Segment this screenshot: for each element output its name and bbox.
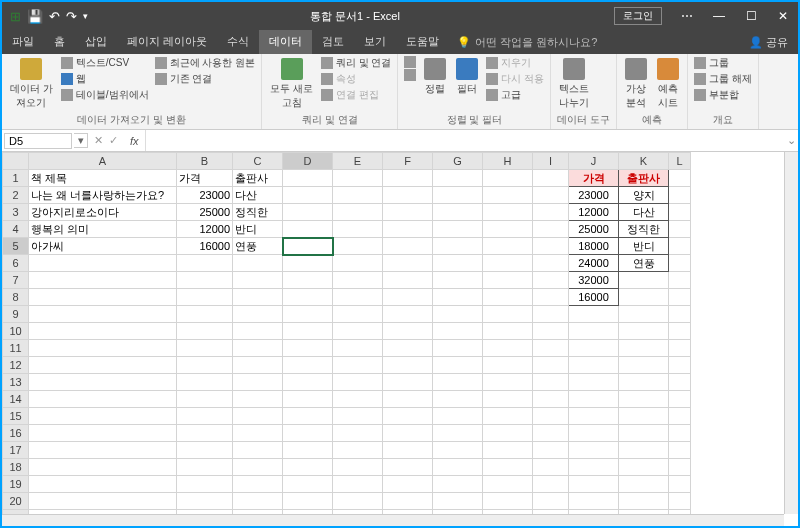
cell-C2[interactable]: 다산 bbox=[233, 187, 283, 204]
cell-H15[interactable] bbox=[483, 408, 533, 425]
cell-G10[interactable] bbox=[433, 323, 483, 340]
row-header-10[interactable]: 10 bbox=[3, 323, 29, 340]
cell-B18[interactable] bbox=[177, 459, 233, 476]
cell-H8[interactable] bbox=[483, 289, 533, 306]
cell-A18[interactable] bbox=[29, 459, 177, 476]
cell-F8[interactable] bbox=[383, 289, 433, 306]
cell-G3[interactable] bbox=[433, 204, 483, 221]
cell-B1[interactable]: 가격 bbox=[177, 170, 233, 187]
tab-help[interactable]: 도움말 bbox=[396, 30, 449, 54]
cell-A8[interactable] bbox=[29, 289, 177, 306]
cell-B14[interactable] bbox=[177, 391, 233, 408]
cell-G6[interactable] bbox=[433, 255, 483, 272]
row-header-4[interactable]: 4 bbox=[3, 221, 29, 238]
cell-L6[interactable] bbox=[669, 255, 691, 272]
row-header-3[interactable]: 3 bbox=[3, 204, 29, 221]
col-header-C[interactable]: C bbox=[233, 153, 283, 170]
cell-C13[interactable] bbox=[233, 374, 283, 391]
cell-D5[interactable] bbox=[283, 238, 333, 255]
cell-J3[interactable]: 12000 bbox=[569, 204, 619, 221]
cell-E3[interactable] bbox=[333, 204, 383, 221]
cell-G4[interactable] bbox=[433, 221, 483, 238]
cell-K13[interactable] bbox=[619, 374, 669, 391]
cell-H3[interactable] bbox=[483, 204, 533, 221]
cell-K15[interactable] bbox=[619, 408, 669, 425]
cell-B10[interactable] bbox=[177, 323, 233, 340]
cell-D1[interactable] bbox=[283, 170, 333, 187]
row-header-14[interactable]: 14 bbox=[3, 391, 29, 408]
col-header-I[interactable]: I bbox=[533, 153, 569, 170]
cell-A2[interactable]: 나는 왜 너를사랑하는가요? bbox=[29, 187, 177, 204]
cell-H14[interactable] bbox=[483, 391, 533, 408]
formula-expand-icon[interactable]: ⌄ bbox=[784, 134, 798, 147]
cell-G18[interactable] bbox=[433, 459, 483, 476]
cell-B15[interactable] bbox=[177, 408, 233, 425]
queries-connections-button[interactable]: 쿼리 및 연결 bbox=[321, 56, 392, 70]
tab-formulas[interactable]: 수식 bbox=[217, 30, 259, 54]
existing-connections-button[interactable]: 기존 연결 bbox=[155, 72, 256, 86]
cell-D17[interactable] bbox=[283, 442, 333, 459]
row-header-18[interactable]: 18 bbox=[3, 459, 29, 476]
cell-A17[interactable] bbox=[29, 442, 177, 459]
row-header-5[interactable]: 5 bbox=[3, 238, 29, 255]
cell-H17[interactable] bbox=[483, 442, 533, 459]
cell-K1[interactable]: 출판사 bbox=[619, 170, 669, 187]
cell-G14[interactable] bbox=[433, 391, 483, 408]
cell-D16[interactable] bbox=[283, 425, 333, 442]
tab-review[interactable]: 검토 bbox=[312, 30, 354, 54]
cell-E12[interactable] bbox=[333, 357, 383, 374]
cell-I4[interactable] bbox=[533, 221, 569, 238]
cell-J19[interactable] bbox=[569, 476, 619, 493]
cell-L4[interactable] bbox=[669, 221, 691, 238]
cell-C6[interactable] bbox=[233, 255, 283, 272]
fx-icon[interactable]: fx bbox=[124, 135, 145, 147]
cell-A12[interactable] bbox=[29, 357, 177, 374]
cell-L19[interactable] bbox=[669, 476, 691, 493]
cell-H7[interactable] bbox=[483, 272, 533, 289]
cell-D8[interactable] bbox=[283, 289, 333, 306]
cell-L8[interactable] bbox=[669, 289, 691, 306]
vertical-scrollbar[interactable] bbox=[784, 152, 798, 514]
cell-F14[interactable] bbox=[383, 391, 433, 408]
cell-B20[interactable] bbox=[177, 493, 233, 510]
cell-I20[interactable] bbox=[533, 493, 569, 510]
cell-J12[interactable] bbox=[569, 357, 619, 374]
cell-J2[interactable]: 23000 bbox=[569, 187, 619, 204]
cell-E11[interactable] bbox=[333, 340, 383, 357]
cell-F9[interactable] bbox=[383, 306, 433, 323]
cell-G5[interactable] bbox=[433, 238, 483, 255]
cell-D2[interactable] bbox=[283, 187, 333, 204]
cell-J6[interactable]: 24000 bbox=[569, 255, 619, 272]
cell-J7[interactable]: 32000 bbox=[569, 272, 619, 289]
cell-C14[interactable] bbox=[233, 391, 283, 408]
ungroup-button[interactable]: 그룹 해제 bbox=[694, 72, 752, 86]
cell-F10[interactable] bbox=[383, 323, 433, 340]
cell-I15[interactable] bbox=[533, 408, 569, 425]
cell-K6[interactable]: 연풍 bbox=[619, 255, 669, 272]
cell-D12[interactable] bbox=[283, 357, 333, 374]
cell-J15[interactable] bbox=[569, 408, 619, 425]
cell-A19[interactable] bbox=[29, 476, 177, 493]
row-header-2[interactable]: 2 bbox=[3, 187, 29, 204]
cell-J1[interactable]: 가격 bbox=[569, 170, 619, 187]
tab-view[interactable]: 보기 bbox=[354, 30, 396, 54]
cell-B4[interactable]: 12000 bbox=[177, 221, 233, 238]
cell-L12[interactable] bbox=[669, 357, 691, 374]
cell-I13[interactable] bbox=[533, 374, 569, 391]
cell-F5[interactable] bbox=[383, 238, 433, 255]
cell-I8[interactable] bbox=[533, 289, 569, 306]
cell-E7[interactable] bbox=[333, 272, 383, 289]
cell-B9[interactable] bbox=[177, 306, 233, 323]
cell-J9[interactable] bbox=[569, 306, 619, 323]
cell-K11[interactable] bbox=[619, 340, 669, 357]
col-header-F[interactable]: F bbox=[383, 153, 433, 170]
cell-C10[interactable] bbox=[233, 323, 283, 340]
cell-F11[interactable] bbox=[383, 340, 433, 357]
cell-J16[interactable] bbox=[569, 425, 619, 442]
cell-C5[interactable]: 연풍 bbox=[233, 238, 283, 255]
row-header-9[interactable]: 9 bbox=[3, 306, 29, 323]
cell-I18[interactable] bbox=[533, 459, 569, 476]
cell-D15[interactable] bbox=[283, 408, 333, 425]
cell-C11[interactable] bbox=[233, 340, 283, 357]
cell-L16[interactable] bbox=[669, 425, 691, 442]
